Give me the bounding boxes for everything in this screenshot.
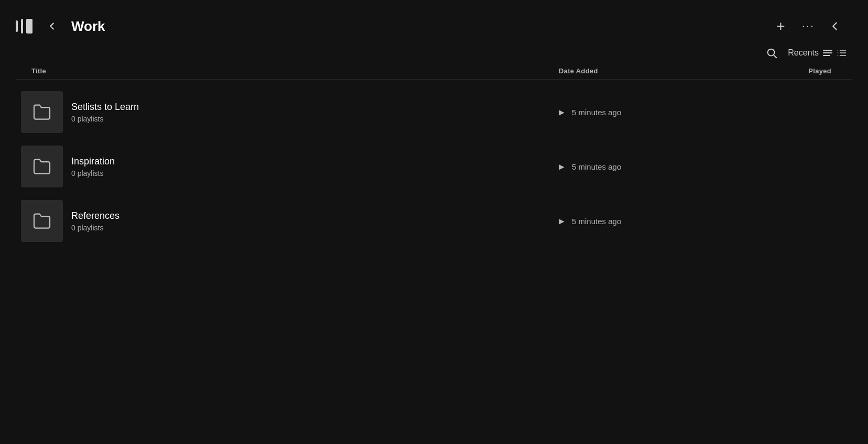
play-arrow-0[interactable]: ▶ [559,108,565,116]
item-center-0: ▶ 5 minutes ago [559,108,726,117]
folder-icon-0 [32,103,51,121]
folder-thumbnail-1 [21,146,63,187]
playlist-list: Setlists to Learn 0 playlists ▶ 5 minute… [0,80,868,444]
list-item[interactable]: References 0 playlists ▶ 5 minutes ago [16,195,852,247]
list-view-icon [823,50,832,56]
item-left-2: References 0 playlists [21,200,559,242]
item-name-0: Setlists to Learn [71,102,139,113]
item-left-0: Setlists to Learn 0 playlists [21,91,559,133]
item-sub-2: 0 playlists [71,224,120,232]
item-date-2: 5 minutes ago [572,217,621,226]
back-button[interactable] [42,18,62,34]
svg-line-1 [774,55,776,58]
add-button[interactable]: + [774,16,787,37]
col-played: Played [726,67,831,75]
item-sub-1: 0 playlists [71,169,115,177]
folder-thumbnail-2 [21,200,63,242]
page-title: Work [71,18,105,35]
recents-button[interactable]: Recents [788,48,847,58]
search-button[interactable] [766,47,777,59]
column-headers: Title Date Added Played [16,67,852,80]
header-right: + ··· [774,16,847,37]
list-icon [837,48,847,58]
toolbar: Recents [0,47,868,67]
item-sub-0: 0 playlists [71,115,139,123]
item-left-1: Inspiration 0 playlists [21,146,559,187]
folder-icon-1 [32,157,51,176]
list-item[interactable]: Setlists to Learn 0 playlists ▶ 5 minute… [16,86,852,138]
col-date-added: Date Added [559,67,726,75]
item-center-2: ▶ 5 minutes ago [559,217,726,226]
item-date-0: 5 minutes ago [572,108,621,117]
header-left: Work [16,18,105,35]
close-button[interactable] [829,17,847,35]
item-date-1: 5 minutes ago [572,162,621,171]
folder-thumbnail-0 [21,91,63,133]
list-item[interactable]: Inspiration 0 playlists ▶ 5 minutes ago [16,140,852,193]
library-icon [16,19,32,34]
item-center-1: ▶ 5 minutes ago [559,162,726,171]
col-title: Title [31,67,559,75]
app-container: Work + ··· Recents [0,0,868,444]
play-arrow-1[interactable]: ▶ [559,162,565,171]
item-name-1: Inspiration [71,156,115,167]
item-name-2: References [71,210,120,221]
header: Work + ··· [0,0,868,47]
item-info-1: Inspiration 0 playlists [71,156,115,177]
more-button[interactable]: ··· [800,17,817,35]
item-info-2: References 0 playlists [71,210,120,232]
play-arrow-2[interactable]: ▶ [559,217,565,225]
library-icon-button[interactable] [16,19,32,34]
folder-icon-2 [32,212,51,230]
item-info-0: Setlists to Learn 0 playlists [71,102,139,123]
recents-label: Recents [788,48,819,58]
